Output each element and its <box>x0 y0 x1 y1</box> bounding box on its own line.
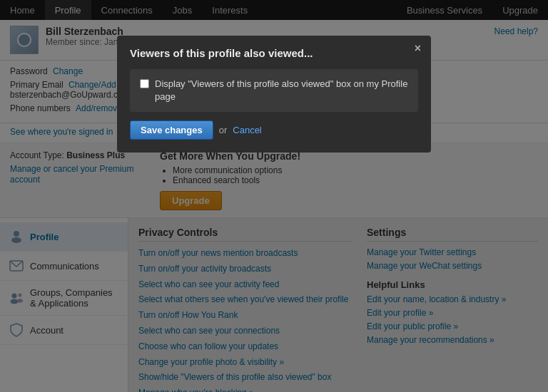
modal-body: Display "Viewers of this profile also vi… <box>130 69 418 112</box>
viewers-checkbox[interactable] <box>140 79 149 88</box>
modal-checkbox-row: Display "Viewers of this profile also vi… <box>140 78 408 103</box>
or-text: or <box>219 125 228 135</box>
modal-overlay: Viewers of this profile also viewed... ×… <box>0 0 548 392</box>
viewers-checkbox-label: Display "Viewers of this profile also vi… <box>155 78 408 103</box>
save-changes-button[interactable]: Save changes <box>130 120 213 140</box>
modal-close-button[interactable]: × <box>415 43 421 54</box>
modal-dialog: Viewers of this profile also viewed... ×… <box>117 36 431 153</box>
modal-actions: Save changes or Cancel <box>130 120 418 140</box>
modal-title: Viewers of this profile also viewed... <box>130 47 418 59</box>
cancel-link[interactable]: Cancel <box>233 125 261 135</box>
